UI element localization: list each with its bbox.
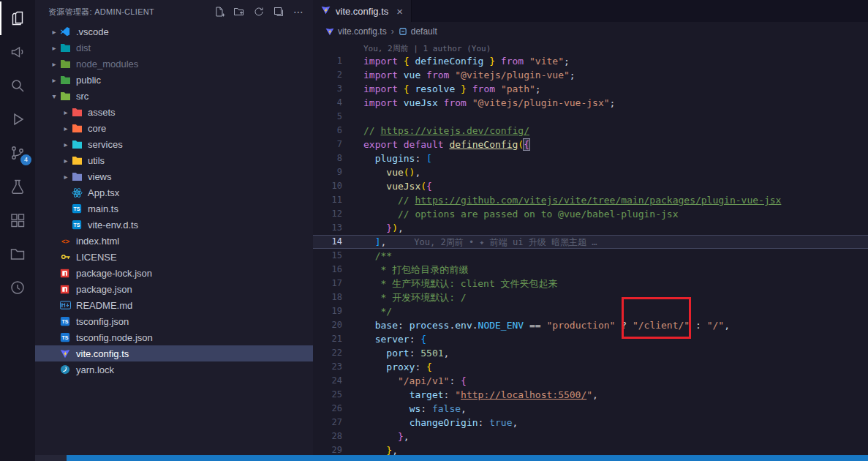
activity-project-folder[interactable]	[0, 237, 35, 271]
remote-indicator[interactable]	[35, 455, 67, 461]
folder-icon	[9, 245, 26, 263]
folder-icon	[60, 75, 76, 85]
tree-item-public[interactable]: ▸public	[35, 72, 313, 88]
new-folder-button[interactable]	[232, 4, 246, 19]
code-line-9[interactable]: 9 vue(),	[313, 165, 868, 179]
breadcrumb-symbol[interactable]: default	[399, 26, 437, 37]
run-debug-icon	[9, 110, 26, 128]
activity-search[interactable]	[0, 69, 35, 102]
tree-item-main.ts[interactable]: TSmain.ts	[35, 200, 313, 217]
code-line-27[interactable]: 27 changeOrigin: true,	[313, 416, 868, 430]
tree-item-package.json[interactable]: package.json	[35, 281, 313, 297]
activity-testing[interactable]	[0, 170, 35, 203]
code-line-1[interactable]: 1import { defineConfig } from "vite";	[313, 54, 868, 68]
tree-item-src[interactable]: ▾src	[35, 88, 313, 104]
tree-item-tsconfig.node.json[interactable]: TStsconfig.node.json	[35, 329, 313, 345]
vscode-icon	[60, 26, 76, 37]
chevron-right-icon: ▸	[60, 157, 72, 165]
chevron-right-icon: ▸	[48, 76, 60, 84]
chevron-right-icon: ▸	[48, 28, 60, 36]
code-line-20[interactable]: 20 base: process.env.NODE_ENV == "produc…	[313, 318, 868, 332]
code-line-3[interactable]: 3import { resolve } from "path";	[313, 82, 868, 96]
line-number: 16	[313, 263, 351, 277]
collapse-all-button[interactable]	[271, 4, 286, 19]
new-folder-icon	[233, 6, 245, 18]
new-file-button[interactable]	[212, 4, 227, 19]
tree-item-label: node_modules	[76, 59, 138, 70]
tree-item-vite-env.d.ts[interactable]: TSvite-env.d.ts	[35, 217, 313, 233]
collapse-all-icon	[273, 6, 284, 18]
code-text: proxy: {	[351, 360, 432, 374]
file-tree: ▸.vscode▸dist▸node_modules▸public▾src▸as…	[35, 23, 313, 378]
tree-item-index.html[interactable]: <>index.html	[35, 233, 313, 249]
svg-text:TS: TS	[62, 335, 69, 340]
more-actions-button[interactable]: ⋯	[291, 4, 306, 19]
code-line-10[interactable]: 10 vueJsx({	[313, 179, 868, 193]
tab-vite-config[interactable]: vite.config.ts ×	[313, 0, 412, 22]
codelens-row[interactable]: You, 2周前 | 1 author (You)	[313, 41, 868, 54]
tree-item-core[interactable]: ▸core	[35, 120, 313, 136]
tree-item-dist[interactable]: ▸dist	[35, 40, 313, 56]
codelens-text[interactable]: You, 2周前 | 1 author (You)	[351, 43, 491, 54]
folder-icon	[72, 172, 88, 181]
code-text	[351, 110, 363, 124]
tree-item-README.md[interactable]: README.md	[35, 297, 313, 313]
tree-item-.vscode[interactable]: ▸.vscode	[35, 23, 313, 40]
code-line-24[interactable]: 24 "/api/v1": {	[313, 374, 868, 388]
close-tab-icon[interactable]: ×	[396, 6, 403, 17]
tree-item-yarn.lock[interactable]: yarn.lock	[35, 361, 313, 378]
code-line-21[interactable]: 21 server: {	[313, 332, 868, 346]
code-line-18[interactable]: 18 * 开发环境默认: /	[313, 291, 868, 304]
code-line-22[interactable]: 22 port: 5501,	[313, 346, 868, 360]
tree-item-utils[interactable]: ▸utils	[35, 152, 313, 168]
tree-item-services[interactable]: ▸services	[35, 136, 313, 152]
ts-icon: TS	[72, 220, 88, 230]
code-line-29[interactable]: 29 },	[313, 443, 868, 455]
code-line-11[interactable]: 11 // https://github.com/vitejs/vite/tre…	[313, 193, 868, 207]
tree-item-App.tsx[interactable]: App.tsx	[35, 184, 313, 200]
line-number: 21	[313, 332, 351, 346]
activity-source-control[interactable]: 4	[0, 136, 35, 170]
code-line-5[interactable]: 5	[313, 110, 868, 124]
tree-item-views[interactable]: ▸views	[35, 168, 313, 184]
code-line-23[interactable]: 23 proxy: {	[313, 360, 868, 374]
code-text: target: "http://localhost:5500/",	[351, 388, 598, 402]
code-line-13[interactable]: 13 }),	[313, 221, 868, 235]
megaphone-icon	[9, 43, 26, 61]
code-line-2[interactable]: 2import vue from "@vitejs/plugin-vue";	[313, 68, 868, 82]
code-line-7[interactable]: 7export default defineConfig({	[313, 138, 868, 151]
line-number: 26	[313, 402, 351, 416]
tree-item-tsconfig.json[interactable]: TStsconfig.json	[35, 313, 313, 329]
svg-text:<>: <>	[61, 237, 70, 245]
activity-explorer[interactable]	[0, 1, 35, 35]
code-line-16[interactable]: 16 * 打包给目录的前缀	[313, 263, 868, 277]
code-line-4[interactable]: 4import vueJsx from "@vitejs/plugin-vue-…	[313, 96, 868, 110]
activity-extensions[interactable]	[0, 203, 35, 237]
tree-item-vite.config.ts[interactable]: vite.config.ts	[35, 345, 313, 361]
tree-item-label: views	[88, 171, 112, 182]
code-line-15[interactable]: 15 /**	[313, 249, 868, 263]
tree-item-assets[interactable]: ▸assets	[35, 104, 313, 120]
code-line-19[interactable]: 19 */	[313, 304, 868, 318]
line-number: 15	[313, 249, 351, 263]
code-line-25[interactable]: 25 target: "http://localhost:5500/",	[313, 388, 868, 402]
activity-clock[interactable]	[0, 271, 35, 304]
activity-run-debug[interactable]	[0, 102, 35, 136]
code-line-28[interactable]: 28 },	[313, 430, 868, 443]
code-line-26[interactable]: 26 ws: false,	[313, 402, 868, 416]
activity-megaphone[interactable]	[0, 35, 35, 69]
breadcrumb-file[interactable]: vite.config.ts	[325, 26, 387, 37]
line-number: 6	[313, 124, 351, 138]
code-line-8[interactable]: 8 plugins: [	[313, 151, 868, 165]
tree-item-label: public	[76, 75, 101, 86]
code-text: ],You, 2周前 • ✦ 前端 ui 升级 暗黑主题 …	[351, 235, 597, 249]
code-line-17[interactable]: 17 * 生产环境默认: client 文件夹包起来	[313, 277, 868, 291]
code-line-6[interactable]: 6// https://vitejs.dev/config/	[313, 124, 868, 138]
refresh-button[interactable]	[252, 4, 266, 19]
code-line-14[interactable]: 14 ],You, 2周前 • ✦ 前端 ui 升级 暗黑主题 …	[313, 235, 868, 249]
tree-item-package-lock.json[interactable]: package-lock.json	[35, 265, 313, 281]
tree-item-node_modules[interactable]: ▸node_modules	[35, 56, 313, 72]
tree-item-LICENSE[interactable]: LICENSE	[35, 249, 313, 265]
code-line-12[interactable]: 12 // options are passed on to @vue/babe…	[313, 207, 868, 221]
line-number: 23	[313, 360, 351, 374]
